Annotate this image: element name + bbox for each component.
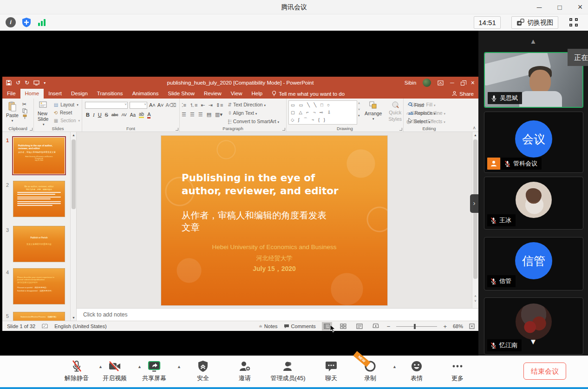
ribbon-display-options-icon[interactable] [438, 80, 444, 86]
text-direction-button[interactable]: ⇵ Text Direction ▾ [228, 101, 279, 109]
notes-toggle[interactable]: ≐Notes [259, 323, 277, 329]
shapes-scroll-up-icon[interactable]: ˄ [358, 100, 360, 106]
zoom-out-button[interactable]: − [387, 323, 391, 330]
ppt-minimize-button[interactable]: ─ [450, 79, 454, 86]
slideshow-view-button[interactable] [371, 322, 381, 330]
strikethrough-button[interactable]: S [105, 112, 108, 118]
slide-scroll-up-icon[interactable]: ▲ [472, 133, 478, 137]
qat-customize-icon[interactable]: ▾ [44, 81, 46, 85]
thumb-scroll-down-icon[interactable]: ▼ [71, 316, 77, 319]
shield-protect-icon[interactable] [21, 17, 32, 27]
fit-slide-to-window-icon[interactable] [469, 323, 475, 329]
font-size-select[interactable] [130, 102, 147, 109]
italic-button[interactable]: I [93, 112, 95, 118]
zoom-level[interactable]: 68% [453, 323, 463, 329]
grow-font-icon[interactable]: A˄ [149, 102, 156, 108]
next-slide-icon[interactable]: ˅ [472, 299, 478, 303]
language-status[interactable]: English (United States) [54, 323, 107, 329]
clear-formatting-icon[interactable]: A⌫ [166, 102, 176, 108]
ppt-account-name[interactable]: Sibin [405, 80, 417, 86]
tab-view[interactable]: View [226, 89, 247, 99]
zoom-slider[interactable] [396, 326, 437, 327]
copy-icon[interactable] [22, 108, 27, 113]
underline-button[interactable]: U [98, 112, 102, 118]
shapes-scroll-down-icon[interactable]: ˅ [358, 106, 360, 112]
format-painter-icon[interactable] [22, 114, 27, 119]
slide-thumbnail-2[interactable]: Me as author, reviewer, editor 我作为作者，评审，… [13, 181, 65, 217]
slide-thumbnail-4[interactable]: Please describe your recent experience i… [13, 268, 65, 304]
paragraph-dialog-launcher[interactable] [282, 128, 285, 131]
zoom-in-button[interactable]: + [443, 323, 447, 330]
tab-home[interactable]: Home [20, 89, 44, 99]
start-slideshow-icon[interactable] [33, 80, 39, 86]
numbering-button[interactable]: ⒈≡ [189, 102, 197, 109]
participant-tile[interactable]: 会议 管科会议 [484, 112, 583, 173]
layout-button[interactable]: ▤Layout▾ [54, 101, 80, 109]
font-color-button[interactable]: A [147, 112, 150, 119]
tab-review[interactable]: Review [199, 89, 226, 99]
cut-icon[interactable]: ✂ [22, 101, 27, 107]
thumbnail-scrollbar[interactable]: ▲ ▼ [70, 132, 76, 321]
line-spacing-button[interactable]: ⇕≡ [216, 102, 223, 108]
section-button[interactable]: ▦Section▾ [54, 117, 80, 125]
thumb-scrollbar-thumb[interactable] [72, 139, 76, 209]
quick-styles-button[interactable]: Quick Styles [386, 100, 404, 123]
shapes-gallery[interactable]: ▭ ▭ ╲ ╲ □ ○ ▢ △ ⌐ ¬ ⇨ ⇩ ◇ ʃ ⌒ ~ { } [288, 100, 357, 125]
change-case-button[interactable]: Aa [130, 112, 136, 118]
shrink-font-icon[interactable]: A˅ [157, 102, 164, 108]
redo-icon[interactable]: ↻ [25, 79, 29, 86]
comments-toggle[interactable]: Comments [284, 323, 316, 329]
align-text-button[interactable]: ⇳ Align Text ▾ [228, 109, 279, 118]
share-screen-button[interactable]: 共享屏幕 [129, 359, 180, 382]
tab-insert[interactable]: Insert [44, 89, 66, 99]
align-left-button[interactable]: ☰ [182, 112, 186, 118]
fullscreen-button[interactable] [569, 18, 578, 26]
justify-button[interactable]: ▤ [207, 112, 211, 118]
shapes-more-icon[interactable]: ▾ [358, 112, 360, 119]
tab-slide-show[interactable]: Slide Show [163, 89, 200, 99]
window-close-button[interactable]: × [576, 2, 584, 12]
end-meeting-button[interactable]: 结束会议 [523, 363, 566, 380]
decrease-indent-button[interactable]: ⇤ [201, 102, 205, 108]
bold-button[interactable]: B [86, 112, 90, 118]
align-right-button[interactable]: ☰ [198, 112, 203, 118]
increase-indent-button[interactable]: ⇥ [209, 102, 213, 108]
new-slide-button[interactable]: New Slide ▾ [36, 100, 52, 127]
arrange-button[interactable]: Arrange ▾ [363, 100, 384, 122]
tab-help[interactable]: Help [247, 89, 268, 99]
ppt-account-avatar[interactable] [423, 79, 431, 87]
tab-file[interactable]: File [2, 89, 20, 99]
replace-button[interactable]: ab Replace ▾ [408, 109, 450, 118]
window-minimize-button[interactable]: ─ [535, 3, 543, 11]
ppt-share-button[interactable]: Share [452, 89, 474, 99]
more-button[interactable]: 更多 [432, 359, 483, 382]
tab-animations[interactable]: Animations [128, 89, 163, 99]
character-spacing-button[interactable]: AV [121, 112, 126, 117]
font-dialog-launcher[interactable] [176, 128, 178, 131]
zoom-slider-handle[interactable] [414, 324, 416, 329]
reading-view-button[interactable] [354, 322, 365, 330]
window-maximize-button[interactable]: □ [555, 3, 564, 11]
find-button[interactable]: Find [408, 101, 450, 109]
thumb-scroll-up-icon[interactable]: ▲ [71, 133, 77, 137]
slide-thumbnail-3[interactable]: Publish or Perish 发表文章是研究的重要目标 [13, 226, 65, 262]
notes-pane[interactable]: Click to add notes [77, 308, 478, 321]
switch-view-button[interactable]: 切换视图 [511, 16, 558, 29]
meeting-info-icon[interactable]: i [6, 17, 16, 27]
participants-scroll-up-icon[interactable]: ▲ [478, 37, 588, 45]
highlight-color-button[interactable]: ab [139, 112, 144, 118]
tell-me-box[interactable]: Tell me what you want to do [267, 89, 349, 99]
convert-smartart-button[interactable]: ⬱ Convert to SmartArt ▾ [228, 118, 279, 126]
tab-design[interactable]: Design [66, 89, 92, 99]
select-button[interactable]: Select ▾ [408, 118, 450, 126]
drawing-dialog-launcher[interactable] [399, 128, 402, 131]
slide-editing-area[interactable]: Publishing in the eye of author, reviewe… [77, 132, 478, 308]
slide-scrollbar[interactable]: ▲ ˄ ˅ [472, 132, 478, 308]
participant-tile[interactable]: 信管 信管 [484, 237, 583, 290]
current-slide[interactable]: Publishing in the eye of author, reviewe… [161, 135, 388, 306]
record-button[interactable]: NEW 录制 [345, 359, 396, 382]
text-shadow-button[interactable]: abc [111, 112, 118, 117]
ppt-close-button[interactable]: × [471, 79, 475, 86]
spell-check-icon[interactable] [42, 323, 48, 329]
slide-thumbnail-1[interactable]: Publishing in the eye of author, reviewe… [13, 137, 65, 174]
